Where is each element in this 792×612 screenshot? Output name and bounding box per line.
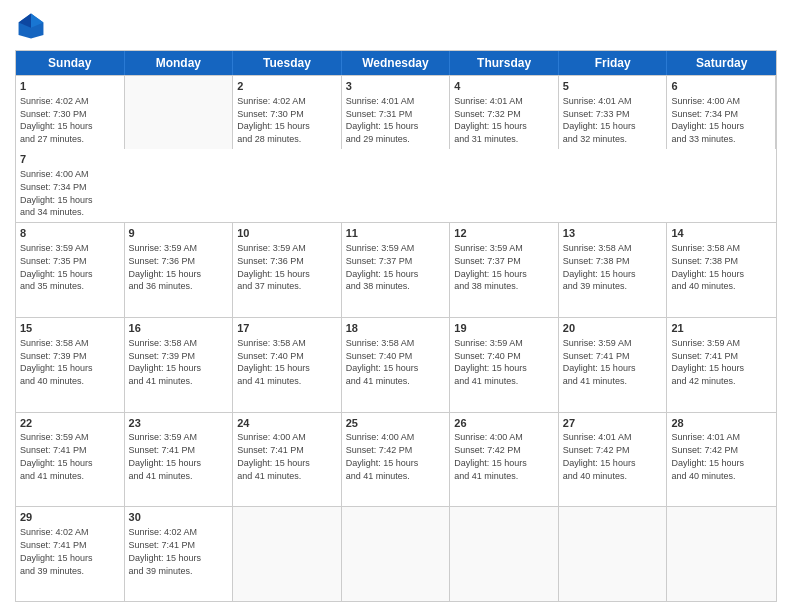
- header: [15, 10, 777, 42]
- weekday-header-friday: Friday: [559, 51, 668, 75]
- day-number: 13: [563, 226, 663, 241]
- calendar-cell: 23Sunrise: 3:59 AM Sunset: 7:41 PM Dayli…: [125, 413, 234, 507]
- day-number: 3: [346, 79, 446, 94]
- day-number: 24: [237, 416, 337, 431]
- day-number: 30: [129, 510, 229, 525]
- calendar-cell: 29Sunrise: 4:02 AM Sunset: 7:41 PM Dayli…: [16, 507, 125, 601]
- cell-info: Sunrise: 3:59 AM Sunset: 7:41 PM Dayligh…: [129, 432, 202, 480]
- day-number: 9: [129, 226, 229, 241]
- calendar: SundayMondayTuesdayWednesdayThursdayFrid…: [15, 50, 777, 602]
- logo: [15, 10, 51, 42]
- cell-info: Sunrise: 4:00 AM Sunset: 7:41 PM Dayligh…: [237, 432, 310, 480]
- day-number: 8: [20, 226, 120, 241]
- cell-info: Sunrise: 4:01 AM Sunset: 7:31 PM Dayligh…: [346, 96, 419, 144]
- calendar-cell: 5Sunrise: 4:01 AM Sunset: 7:33 PM Daylig…: [559, 76, 668, 149]
- day-number: 2: [237, 79, 337, 94]
- cell-info: Sunrise: 4:02 AM Sunset: 7:41 PM Dayligh…: [20, 527, 93, 575]
- cell-info: Sunrise: 4:01 AM Sunset: 7:32 PM Dayligh…: [454, 96, 527, 144]
- day-number: 17: [237, 321, 337, 336]
- weekday-header-wednesday: Wednesday: [342, 51, 451, 75]
- calendar-cell: 19Sunrise: 3:59 AM Sunset: 7:40 PM Dayli…: [450, 318, 559, 412]
- cell-info: Sunrise: 3:59 AM Sunset: 7:41 PM Dayligh…: [20, 432, 93, 480]
- calendar-row-2: 15Sunrise: 3:58 AM Sunset: 7:39 PM Dayli…: [16, 317, 776, 412]
- day-number: 6: [671, 79, 771, 94]
- cell-info: Sunrise: 3:58 AM Sunset: 7:39 PM Dayligh…: [20, 338, 93, 386]
- calendar-cell: 14Sunrise: 3:58 AM Sunset: 7:38 PM Dayli…: [667, 223, 776, 317]
- calendar-row-1: 8Sunrise: 3:59 AM Sunset: 7:35 PM Daylig…: [16, 222, 776, 317]
- day-number: 10: [237, 226, 337, 241]
- calendar-cell: 8Sunrise: 3:59 AM Sunset: 7:35 PM Daylig…: [16, 223, 125, 317]
- page: SundayMondayTuesdayWednesdayThursdayFrid…: [0, 0, 792, 612]
- cell-info: Sunrise: 4:00 AM Sunset: 7:34 PM Dayligh…: [20, 169, 93, 217]
- calendar-cell: [342, 507, 451, 601]
- day-number: 1: [20, 79, 120, 94]
- calendar-cell: [233, 507, 342, 601]
- day-number: 23: [129, 416, 229, 431]
- day-number: 5: [563, 79, 663, 94]
- logo-icon: [15, 10, 47, 42]
- cell-info: Sunrise: 4:01 AM Sunset: 7:33 PM Dayligh…: [563, 96, 636, 144]
- calendar-row-0: 1Sunrise: 4:02 AM Sunset: 7:30 PM Daylig…: [16, 75, 776, 222]
- calendar-cell: 30Sunrise: 4:02 AM Sunset: 7:41 PM Dayli…: [125, 507, 234, 601]
- weekday-header-tuesday: Tuesday: [233, 51, 342, 75]
- calendar-cell: 6Sunrise: 4:00 AM Sunset: 7:34 PM Daylig…: [667, 76, 776, 149]
- calendar-cell: 27Sunrise: 4:01 AM Sunset: 7:42 PM Dayli…: [559, 413, 668, 507]
- cell-info: Sunrise: 4:02 AM Sunset: 7:41 PM Dayligh…: [129, 527, 202, 575]
- calendar-cell: 28Sunrise: 4:01 AM Sunset: 7:42 PM Dayli…: [667, 413, 776, 507]
- day-number: 21: [671, 321, 772, 336]
- cell-info: Sunrise: 3:58 AM Sunset: 7:39 PM Dayligh…: [129, 338, 202, 386]
- calendar-body: 1Sunrise: 4:02 AM Sunset: 7:30 PM Daylig…: [16, 75, 776, 601]
- weekday-header-sunday: Sunday: [16, 51, 125, 75]
- calendar-cell: 1Sunrise: 4:02 AM Sunset: 7:30 PM Daylig…: [16, 76, 125, 149]
- calendar-cell: 25Sunrise: 4:00 AM Sunset: 7:42 PM Dayli…: [342, 413, 451, 507]
- cell-info: Sunrise: 3:59 AM Sunset: 7:36 PM Dayligh…: [129, 243, 202, 291]
- cell-info: Sunrise: 3:59 AM Sunset: 7:36 PM Dayligh…: [237, 243, 310, 291]
- cell-info: Sunrise: 3:58 AM Sunset: 7:40 PM Dayligh…: [237, 338, 310, 386]
- cell-info: Sunrise: 4:01 AM Sunset: 7:42 PM Dayligh…: [671, 432, 744, 480]
- cell-info: Sunrise: 4:00 AM Sunset: 7:42 PM Dayligh…: [346, 432, 419, 480]
- cell-info: Sunrise: 3:59 AM Sunset: 7:41 PM Dayligh…: [671, 338, 744, 386]
- cell-info: Sunrise: 3:59 AM Sunset: 7:40 PM Dayligh…: [454, 338, 527, 386]
- calendar-cell: 11Sunrise: 3:59 AM Sunset: 7:37 PM Dayli…: [342, 223, 451, 317]
- calendar-cell: 15Sunrise: 3:58 AM Sunset: 7:39 PM Dayli…: [16, 318, 125, 412]
- cell-info: Sunrise: 3:59 AM Sunset: 7:41 PM Dayligh…: [563, 338, 636, 386]
- calendar-cell: 10Sunrise: 3:59 AM Sunset: 7:36 PM Dayli…: [233, 223, 342, 317]
- day-number: 14: [671, 226, 772, 241]
- day-number: 18: [346, 321, 446, 336]
- calendar-cell: 20Sunrise: 3:59 AM Sunset: 7:41 PM Dayli…: [559, 318, 668, 412]
- cell-info: Sunrise: 3:58 AM Sunset: 7:38 PM Dayligh…: [671, 243, 744, 291]
- cell-info: Sunrise: 3:58 AM Sunset: 7:40 PM Dayligh…: [346, 338, 419, 386]
- cell-info: Sunrise: 3:59 AM Sunset: 7:37 PM Dayligh…: [454, 243, 527, 291]
- cell-info: Sunrise: 4:02 AM Sunset: 7:30 PM Dayligh…: [20, 96, 93, 144]
- calendar-cell: [667, 507, 776, 601]
- calendar-cell: [450, 507, 559, 601]
- day-number: 19: [454, 321, 554, 336]
- calendar-cell: 21Sunrise: 3:59 AM Sunset: 7:41 PM Dayli…: [667, 318, 776, 412]
- cell-info: Sunrise: 4:01 AM Sunset: 7:42 PM Dayligh…: [563, 432, 636, 480]
- calendar-cell: 4Sunrise: 4:01 AM Sunset: 7:32 PM Daylig…: [450, 76, 559, 149]
- day-number: 11: [346, 226, 446, 241]
- day-number: 20: [563, 321, 663, 336]
- calendar-row-4: 29Sunrise: 4:02 AM Sunset: 7:41 PM Dayli…: [16, 506, 776, 601]
- day-number: 15: [20, 321, 120, 336]
- calendar-row-3: 22Sunrise: 3:59 AM Sunset: 7:41 PM Dayli…: [16, 412, 776, 507]
- calendar-cell: 24Sunrise: 4:00 AM Sunset: 7:41 PM Dayli…: [233, 413, 342, 507]
- day-number: 7: [20, 152, 121, 167]
- weekday-header-monday: Monday: [125, 51, 234, 75]
- calendar-cell: 18Sunrise: 3:58 AM Sunset: 7:40 PM Dayli…: [342, 318, 451, 412]
- day-number: 28: [671, 416, 772, 431]
- calendar-cell: 9Sunrise: 3:59 AM Sunset: 7:36 PM Daylig…: [125, 223, 234, 317]
- cell-info: Sunrise: 4:02 AM Sunset: 7:30 PM Dayligh…: [237, 96, 310, 144]
- weekday-header-thursday: Thursday: [450, 51, 559, 75]
- day-number: 4: [454, 79, 554, 94]
- day-number: 22: [20, 416, 120, 431]
- day-number: 27: [563, 416, 663, 431]
- calendar-cell: 17Sunrise: 3:58 AM Sunset: 7:40 PM Dayli…: [233, 318, 342, 412]
- calendar-cell: 3Sunrise: 4:01 AM Sunset: 7:31 PM Daylig…: [342, 76, 451, 149]
- calendar-cell: 16Sunrise: 3:58 AM Sunset: 7:39 PM Dayli…: [125, 318, 234, 412]
- calendar-cell: 12Sunrise: 3:59 AM Sunset: 7:37 PM Dayli…: [450, 223, 559, 317]
- day-number: 25: [346, 416, 446, 431]
- day-number: 16: [129, 321, 229, 336]
- day-number: 26: [454, 416, 554, 431]
- day-number: 29: [20, 510, 120, 525]
